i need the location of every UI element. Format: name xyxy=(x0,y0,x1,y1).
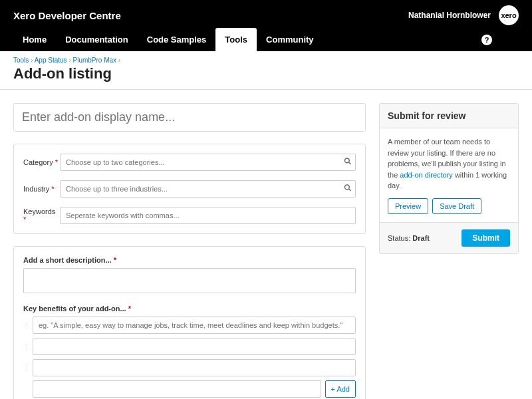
nav-code-samples[interactable]: Code Samples xyxy=(138,28,216,51)
preview-button[interactable]: Preview xyxy=(388,198,428,214)
breadcrumb-tools[interactable]: Tools xyxy=(13,57,29,64)
industry-label: Industry * xyxy=(23,185,60,193)
industry-input[interactable] xyxy=(60,180,356,198)
benefit-input-new[interactable] xyxy=(33,380,321,398)
primary-nav: Home Documentation Code Samples Tools Co… xyxy=(13,28,323,51)
benefit-row: ⋮⋮ xyxy=(23,317,356,334)
nav-tools[interactable]: Tools xyxy=(215,28,257,51)
benefit-input[interactable] xyxy=(33,359,356,376)
category-input[interactable] xyxy=(60,154,356,171)
search-icon[interactable] xyxy=(344,184,352,194)
header-bar: Xero Developer Centre Nathanial Hornblow… xyxy=(0,0,532,51)
drag-handle-icon[interactable]: ⋮⋮ xyxy=(23,364,30,372)
status-text: Status: Draft xyxy=(388,234,430,242)
benefit-input[interactable] xyxy=(33,338,356,355)
svg-line-1 xyxy=(349,162,351,164)
taxonomy-panel: Category * Industry * Keywor xyxy=(13,144,366,234)
drag-handle-icon[interactable]: ⋮⋮ xyxy=(23,343,30,350)
benefit-input[interactable] xyxy=(33,317,356,334)
breadcrumb: Tools › App Status › PlumbPro Max › xyxy=(13,57,519,64)
submit-body: A member of our team needs to review you… xyxy=(380,128,518,222)
benefits-label: Key benefits of your add-on... * xyxy=(23,305,356,313)
benefit-row: ⋮⋮ xyxy=(23,359,356,376)
short-desc-textarea[interactable] xyxy=(23,268,356,293)
nav-documentation[interactable]: Documentation xyxy=(56,28,138,51)
svg-point-2 xyxy=(345,185,350,190)
nav-community[interactable]: Community xyxy=(257,28,323,51)
site-title: Xero Developer Centre xyxy=(13,10,121,21)
search-icon[interactable] xyxy=(344,158,352,168)
keywords-label: Keywords * xyxy=(23,207,60,223)
submit-panel: Submit for review A member of our team n… xyxy=(379,103,519,254)
addon-directory-link[interactable]: add-on directory xyxy=(400,171,453,179)
xero-logo[interactable]: xero xyxy=(499,5,519,25)
add-benefit-button[interactable]: + Add xyxy=(325,380,356,398)
category-label: Category * xyxy=(23,158,60,166)
svg-point-0 xyxy=(345,158,350,163)
submit-button[interactable]: Submit xyxy=(462,229,510,247)
addon-name-input[interactable] xyxy=(14,104,365,131)
name-panel xyxy=(13,103,366,132)
username[interactable]: Nathanial Hornblower xyxy=(408,11,491,20)
help-icon[interactable]: ? xyxy=(481,35,492,45)
submit-heading: Submit for review xyxy=(380,104,518,128)
save-draft-button[interactable]: Save Draft xyxy=(432,198,481,214)
drag-handle-icon[interactable]: ⋮⋮ xyxy=(23,322,30,329)
breadcrumb-app-status[interactable]: App Status xyxy=(35,57,67,64)
description-panel: Add a short description... * Key benefit… xyxy=(13,246,366,399)
short-desc-label: Add a short description... * xyxy=(23,256,356,264)
breadcrumb-plumbpro[interactable]: PlumbPro Max xyxy=(73,57,117,64)
svg-line-3 xyxy=(349,189,351,191)
page-title: Add-on listing xyxy=(13,65,519,82)
benefit-row: ⋮⋮ xyxy=(23,338,356,355)
nav-home[interactable]: Home xyxy=(13,28,56,51)
sub-header: Tools › App Status › PlumbPro Max › Add-… xyxy=(0,51,532,90)
keywords-input[interactable] xyxy=(60,207,356,224)
